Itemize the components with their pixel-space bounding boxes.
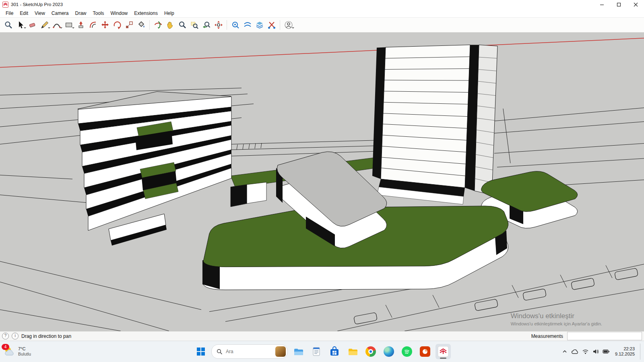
extension-cut-button[interactable] xyxy=(266,19,277,31)
sketchup-window: 301 - SketchUp Pro 2023 File Edit View C… xyxy=(0,0,644,362)
chevron-down-icon xyxy=(72,27,74,30)
system-tray: 22:23 9.12.2025 xyxy=(562,343,642,360)
line-tool-button[interactable] xyxy=(39,19,50,31)
taskbar-search[interactable] xyxy=(211,344,288,359)
clock-date: 9.12.2025 xyxy=(615,352,635,357)
microsoft-store-button[interactable] xyxy=(327,344,342,359)
file-explorer-button[interactable] xyxy=(291,344,306,359)
menu-item-help[interactable]: Help xyxy=(161,10,178,17)
wifi-icon[interactable] xyxy=(582,349,589,354)
pan-hand-icon xyxy=(166,21,175,29)
menu-item-view[interactable]: View xyxy=(31,10,48,17)
start-button[interactable] xyxy=(193,344,208,359)
tower-building xyxy=(372,45,497,205)
folder-button[interactable] xyxy=(345,344,360,359)
menu-item-tools[interactable]: Tools xyxy=(90,10,107,17)
search-icon xyxy=(217,349,223,355)
offset-tool-button[interactable] xyxy=(87,19,99,31)
extension-curves-button[interactable] xyxy=(242,19,253,31)
measurements-input[interactable] xyxy=(567,332,642,340)
edge-icon xyxy=(384,346,394,357)
select-tool-button[interactable] xyxy=(14,19,26,31)
search-highlight-image[interactable] xyxy=(275,346,286,357)
sketchup-taskbar-button[interactable] xyxy=(436,344,451,359)
tray-chevron-icon[interactable] xyxy=(562,349,568,354)
menu-bar: File Edit View Camera Draw Tools Window … xyxy=(0,9,644,17)
offset-icon xyxy=(89,21,97,29)
geolocation-icon[interactable]: ? xyxy=(2,333,9,339)
pan-tool-button[interactable] xyxy=(164,19,176,31)
taskbar-clock[interactable]: 22:23 9.12.2025 xyxy=(615,346,635,357)
scale-tool-button[interactable] xyxy=(123,19,135,31)
move-tool-button[interactable] xyxy=(99,19,111,31)
chevron-down-icon xyxy=(60,27,62,30)
pushpull-tool-button[interactable] xyxy=(75,19,87,31)
taskbar-center xyxy=(193,344,451,359)
search-tool-button[interactable] xyxy=(2,19,14,31)
status-bar: ? i Drag in direction to pan Measurement… xyxy=(0,331,644,341)
microsoft-store-icon xyxy=(329,346,340,357)
orbit-icon xyxy=(154,21,163,29)
measurements-label: Measurements xyxy=(531,333,563,339)
menu-item-draw[interactable]: Draw xyxy=(72,10,90,17)
arc-tool-button[interactable] xyxy=(51,19,62,31)
notepad-icon xyxy=(311,346,322,357)
zoom-icon xyxy=(178,21,187,29)
zoom-previous-tool-button[interactable] xyxy=(200,19,212,31)
menu-item-extensions[interactable]: Extensions xyxy=(131,10,161,17)
maximize-button[interactable] xyxy=(610,0,627,9)
file-explorer-icon xyxy=(293,346,303,357)
push-pull-icon xyxy=(76,21,85,29)
title-bar: 301 - SketchUp Pro 2023 xyxy=(0,0,644,9)
menu-item-edit[interactable]: Edit xyxy=(17,10,31,17)
orbit-tool-button[interactable] xyxy=(152,19,164,31)
spotify-button[interactable] xyxy=(399,344,415,359)
battery-icon[interactable] xyxy=(603,349,610,354)
notepad-button[interactable] xyxy=(309,344,324,359)
zoom-tool-button[interactable] xyxy=(176,19,188,31)
minimize-button[interactable] xyxy=(593,0,610,9)
active-app-indicator xyxy=(440,358,446,359)
chevron-down-icon xyxy=(292,27,294,30)
extension-layers-button[interactable] xyxy=(254,19,265,31)
account-button[interactable] xyxy=(283,19,294,31)
weather-widget[interactable]: 4 7°C Bulutlu xyxy=(3,346,31,358)
windows-logo-icon xyxy=(196,347,205,356)
viewport: Windows'u etkinleştir Windows'u etkinleş… xyxy=(0,33,644,331)
eraser-tool-button[interactable] xyxy=(27,19,38,31)
zoom-extents-tool-button[interactable] xyxy=(213,19,224,31)
app-icon xyxy=(2,2,8,8)
edge-button[interactable] xyxy=(381,344,396,359)
rotate-icon xyxy=(113,21,122,29)
zoom-window-tool-button[interactable] xyxy=(188,19,200,31)
window-title: 301 - SketchUp Pro 2023 xyxy=(11,2,63,7)
show-desktop-button[interactable] xyxy=(640,343,642,360)
search-input[interactable] xyxy=(225,348,273,355)
scale-icon xyxy=(125,21,134,29)
paint-tool-button[interactable] xyxy=(135,19,147,31)
eraser-icon xyxy=(28,21,37,29)
menu-item-camera[interactable]: Camera xyxy=(48,10,72,17)
shapes-tool-button[interactable] xyxy=(63,19,74,31)
extension-search-button[interactable] xyxy=(229,19,241,31)
rotate-tool-button[interactable] xyxy=(111,19,123,31)
info-icon[interactable]: i xyxy=(12,333,19,339)
wave-curves-icon xyxy=(243,21,252,29)
toolbar-separator xyxy=(149,20,150,30)
zoom-previous-icon xyxy=(202,21,211,29)
onedrive-icon[interactable] xyxy=(571,349,578,354)
paint-bucket-icon xyxy=(137,21,146,29)
move-icon xyxy=(101,21,109,29)
office-app-button[interactable] xyxy=(417,344,433,359)
taskbar: 4 7°C Bulutlu xyxy=(0,341,644,362)
menu-item-file[interactable]: File xyxy=(2,10,17,17)
model-canvas[interactable] xyxy=(0,33,644,331)
close-button[interactable] xyxy=(627,0,644,9)
menu-item-window[interactable]: Window xyxy=(107,10,131,17)
weather-icon: 4 xyxy=(3,346,15,358)
zoom-window-icon xyxy=(190,21,199,29)
volume-icon[interactable] xyxy=(592,349,599,354)
chrome-button[interactable] xyxy=(363,344,378,359)
notification-badge: 4 xyxy=(2,344,9,350)
chrome-icon xyxy=(365,346,376,357)
